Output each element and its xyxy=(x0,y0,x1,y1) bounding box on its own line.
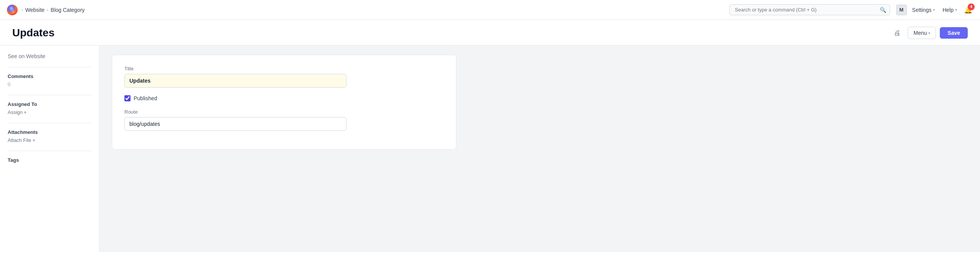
comments-label: Comments xyxy=(8,73,91,79)
search-input[interactable] xyxy=(729,4,890,15)
print-icon: 🖨 xyxy=(894,29,901,37)
avatar[interactable]: M xyxy=(896,5,907,15)
attach-file-label: Attach File xyxy=(8,137,31,143)
assign-plus-icon: + xyxy=(24,109,27,115)
sidebar-section-tags: Tags xyxy=(8,157,91,163)
route-input[interactable] xyxy=(124,117,346,131)
attach-file-link[interactable]: Attach File + xyxy=(8,137,91,143)
header-actions: 🖨 Menu ▾ Save xyxy=(891,27,968,39)
see-on-website-link[interactable]: See on Website xyxy=(8,53,91,59)
form-area: Title Published Route xyxy=(100,46,980,252)
tags-label: Tags xyxy=(8,157,91,163)
breadcrumb-website[interactable]: Website xyxy=(25,7,44,13)
breadcrumb-chevron-1: › xyxy=(21,7,23,13)
route-group: Route xyxy=(124,109,444,131)
menu-label: Menu xyxy=(913,30,927,36)
title-label: Title xyxy=(124,66,444,72)
print-button[interactable]: 🖨 xyxy=(891,28,904,39)
breadcrumb: › Website › Blog Category xyxy=(21,7,85,13)
sidebar-divider-3 xyxy=(8,123,91,123)
assigned-to-label: Assigned To xyxy=(8,101,91,107)
sidebar-divider-4 xyxy=(8,151,91,151)
comments-row: 0 xyxy=(8,81,91,87)
page-title: Updates xyxy=(12,27,54,39)
notifications-button[interactable]: 🔔 4 xyxy=(962,4,974,16)
sidebar-section-assigned: Assigned To Assign + xyxy=(8,101,91,115)
sidebar-divider-2 xyxy=(8,95,91,95)
save-button[interactable]: Save xyxy=(940,27,968,39)
help-label: Help xyxy=(942,7,954,13)
published-label: Published xyxy=(134,95,157,101)
breadcrumb-blog-category[interactable]: Blog Category xyxy=(51,7,85,13)
topnav-right: M Settings ▾ Help ▾ 🔔 4 xyxy=(896,4,974,16)
assign-label: Assign xyxy=(8,109,23,115)
sidebar-section-attachments: Attachments Attach File + xyxy=(8,129,91,143)
settings-label: Settings xyxy=(912,7,932,13)
help-chevron-icon: ▾ xyxy=(955,8,957,12)
page-header: Updates 🖨 Menu ▾ Save xyxy=(0,20,980,46)
title-input[interactable] xyxy=(124,74,346,88)
notification-badge: 4 xyxy=(968,3,975,10)
comments-count: 0 xyxy=(8,81,10,87)
settings-button[interactable]: Settings ▾ xyxy=(910,5,938,15)
attachments-label: Attachments xyxy=(8,129,91,135)
published-row: Published xyxy=(124,95,444,101)
settings-chevron-icon: ▾ xyxy=(933,8,935,12)
form-card: Title Published Route xyxy=(112,55,456,150)
help-button[interactable]: Help ▾ xyxy=(940,5,959,15)
published-checkbox[interactable] xyxy=(124,95,131,101)
topnav: › Website › Blog Category 🔍 M Settings ▾… xyxy=(0,0,980,20)
sidebar-divider-1 xyxy=(8,67,91,67)
main-content: See on Website Comments 0 Assigned To As… xyxy=(0,46,980,252)
sidebar-section-comments: Comments 0 xyxy=(8,73,91,87)
menu-button[interactable]: Menu ▾ xyxy=(908,27,936,39)
sidebar: See on Website Comments 0 Assigned To As… xyxy=(0,46,100,252)
attach-plus-icon: + xyxy=(32,137,35,143)
app-logo[interactable] xyxy=(6,4,18,16)
title-group: Title xyxy=(124,66,444,88)
route-label: Route xyxy=(124,109,444,115)
assign-link[interactable]: Assign + xyxy=(8,109,91,115)
sidebar-section-website: See on Website xyxy=(8,53,91,59)
search-bar: 🔍 xyxy=(729,4,890,15)
menu-chevron-icon: ▾ xyxy=(928,31,930,35)
breadcrumb-chevron-2: › xyxy=(47,7,48,13)
